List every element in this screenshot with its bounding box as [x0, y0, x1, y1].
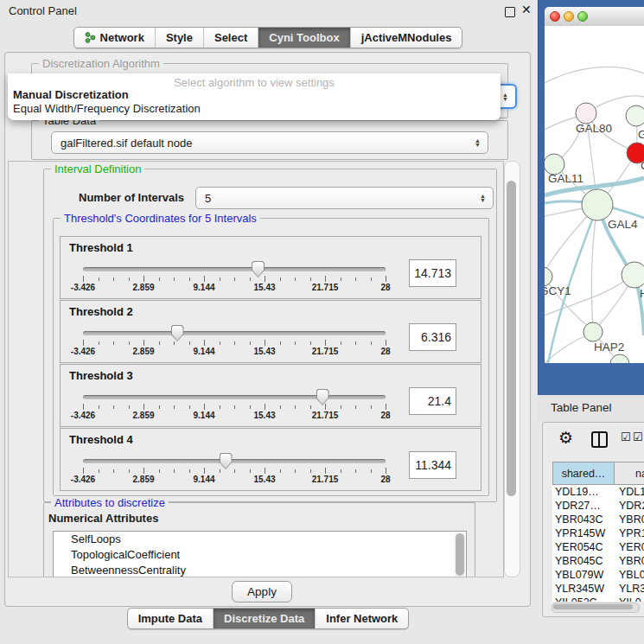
combo-arrows-icon: ▲▼ [480, 194, 486, 202]
table-row[interactable]: YBR043CYBR0 [552, 513, 644, 526]
network-edge[interactable] [545, 67, 644, 83]
network-node[interactable] [576, 103, 596, 124]
column-header-shared[interactable]: shared… [552, 462, 615, 485]
list-scrollbar[interactable] [454, 532, 465, 577]
close-icon[interactable]: ✕ [521, 3, 532, 16]
network-node-label: HAP2 [594, 341, 624, 354]
threshold-value-field[interactable]: 6.316 [409, 323, 456, 351]
attribute-list-items: SelfLoopsTopologicalCoefficientBetweenne… [54, 532, 466, 577]
threshold-slider[interactable]: -3.4262.8599.14415.4321.71528 [83, 392, 386, 421]
tab-select[interactable]: Select [204, 28, 258, 48]
minimize-traffic-light-icon[interactable] [564, 11, 574, 22]
network-canvas[interactable]: GAL80GACGAL11GAL4GCY1HHAP2 [545, 26, 644, 363]
slider-ticks [83, 340, 386, 347]
table-panel-title: Table Panel [551, 401, 612, 414]
slider-tick-labels: -3.4262.8599.14415.4321.71528 [83, 347, 386, 357]
table-row[interactable]: YIL052CYIL0 [552, 596, 644, 602]
control-panel-title: Control Panel [9, 4, 77, 17]
number-of-intervals-value: 5 [205, 192, 211, 205]
checkbox-icon[interactable]: ☑ [621, 431, 631, 443]
settings-scroll-viewport: Interval Definition Number of Intervals … [8, 161, 504, 577]
dropdown-item-equal-width-frequency[interactable]: Equal Width/Frequency Discretization [13, 102, 201, 115]
network-node[interactable] [545, 267, 552, 286]
threshold-panel: Threshold 3-3.4262.8599.14415.4321.71528… [60, 364, 481, 427]
combo-arrows-icon: ▲▼ [475, 138, 481, 147]
network-node-label: H [640, 287, 644, 300]
network-edge[interactable] [545, 207, 588, 216]
settings-scrollbar[interactable] [504, 161, 520, 577]
slider-track[interactable] [83, 331, 386, 335]
attribute-list-item[interactable]: BetweennessCentrality [54, 563, 466, 577]
network-window-titlebar[interactable] [545, 7, 644, 27]
thresholds-group: Threshold's Coordinates for 5 Intervals … [53, 218, 489, 496]
table-row[interactable]: YDR27…YDR2 [552, 499, 644, 513]
tab-style[interactable]: Style [156, 28, 204, 48]
table-data-combobox[interactable]: galFiltered.sif default node ▲▼ [51, 131, 488, 154]
table-panel: ⚙ ☑ ☑ shared… na YDL19…YDL1YDR27…YDR2YBR… [542, 422, 644, 617]
network-node[interactable] [622, 262, 644, 288]
settings-scrollbar-thumb[interactable] [507, 181, 516, 496]
split-column-icon[interactable] [591, 431, 608, 448]
threshold-value-field[interactable]: 14.713 [409, 259, 456, 287]
threshold-value-field[interactable]: 21.4 [409, 387, 456, 415]
apply-button[interactable]: Apply [232, 581, 292, 603]
attributes-group-title: Attributes to discretize [51, 496, 169, 509]
threshold-panel: Threshold 1-3.4262.8599.14415.4321.71528… [60, 236, 481, 299]
bottom-tabbar: Impute Data Discretize Data Infer Networ… [0, 608, 536, 629]
number-of-intervals-label: Number of Intervals [79, 191, 184, 204]
network-edge[interactable] [591, 205, 597, 328]
float-window-icon[interactable] [505, 7, 515, 17]
screen: Control Panel ✕ Network Style Select Cyn… [0, 0, 644, 644]
slider-track[interactable] [83, 459, 386, 463]
slider-track[interactable] [83, 395, 386, 399]
threshold-value-field[interactable]: 11.344 [409, 451, 456, 479]
tab-impute-data[interactable]: Impute Data [128, 609, 214, 628]
table-data-selected: galFiltered.sif default node [61, 137, 192, 150]
gear-icon[interactable]: ⚙ [558, 430, 573, 447]
threshold-slider[interactable]: -3.4262.8599.14415.4321.71528 [83, 264, 386, 293]
attribute-list-item[interactable]: SelfLoops [54, 532, 466, 547]
table-row[interactable]: YER054CYER0 [552, 540, 644, 554]
table-row[interactable]: YLR345WYLR3 [552, 582, 644, 596]
threshold-slider[interactable]: -3.4262.8599.14415.4321.71528 [83, 456, 386, 485]
threshold-slider[interactable]: -3.4262.8599.14415.4321.71528 [83, 328, 386, 357]
table-hscrollbar[interactable] [552, 603, 640, 613]
thresholds-group-title: Threshold's Coordinates for 5 Intervals [61, 212, 260, 225]
algorithm-combo-hint: Select algorithm to view settings [8, 76, 501, 89]
table-hscrollbar-thumb[interactable] [553, 604, 633, 609]
threshold-title: Threshold 3 [69, 369, 133, 382]
network-node[interactable] [626, 105, 644, 126]
table-row[interactable]: YBL079WYBL0 [552, 568, 644, 582]
network-node[interactable] [583, 322, 603, 341]
network-node-label: C [641, 159, 644, 172]
tab-infer-network[interactable]: Infer Network [316, 609, 408, 628]
tab-cyni-toolbox[interactable]: Cyni Toolbox [258, 28, 350, 48]
threshold-panel: Threshold 2-3.4262.8599.14415.4321.71528… [60, 300, 481, 363]
zoom-traffic-light-icon[interactable] [577, 11, 588, 22]
network-node[interactable] [582, 189, 613, 220]
numerical-attributes-list[interactable]: SelfLoopsTopologicalCoefficientBetweenne… [53, 531, 467, 577]
tab-discretize-data[interactable]: Discretize Data [214, 609, 316, 628]
close-traffic-light-icon[interactable] [550, 11, 560, 22]
table-row[interactable]: YDL19…YDL1 [552, 485, 644, 499]
checkbox-icon[interactable]: ☑ [633, 431, 643, 443]
attribute-list-item[interactable]: TopologicalCoefficient [54, 547, 466, 563]
network-node-label: GAL11 [548, 172, 583, 185]
threshold-title: Threshold 2 [69, 305, 133, 318]
algorithm-dropdown-popup: Select algorithm to view settings Manual… [8, 73, 501, 120]
discretization-algorithm-group-title: Discretization Algorithm [39, 57, 163, 70]
table-header: shared… na [552, 462, 644, 485]
number-of-intervals-combobox[interactable]: 5 ▲▼ [195, 187, 494, 209]
tab-network[interactable]: Network [74, 28, 156, 48]
table-body[interactable]: YDL19…YDL1YDR27…YDR2YBR043CYBR0YPR145WYP… [552, 485, 644, 602]
tab-jactivemnodules[interactable]: jActiveMNodules [351, 28, 462, 48]
table-row[interactable]: YPR145WYPR1 [552, 526, 644, 540]
column-header-name[interactable]: na [615, 462, 644, 485]
threshold-title: Threshold 4 [69, 433, 133, 446]
network-node-label: GA [638, 128, 644, 141]
table-row[interactable]: YBR045CYBR0 [552, 554, 644, 568]
slider-track[interactable] [83, 267, 386, 271]
threshold-panel: Threshold 4-3.4262.8599.14415.4321.71528… [60, 428, 481, 491]
dropdown-item-manual-discretization[interactable]: Manual Discretization [13, 88, 129, 101]
list-scrollbar-thumb[interactable] [456, 533, 464, 576]
